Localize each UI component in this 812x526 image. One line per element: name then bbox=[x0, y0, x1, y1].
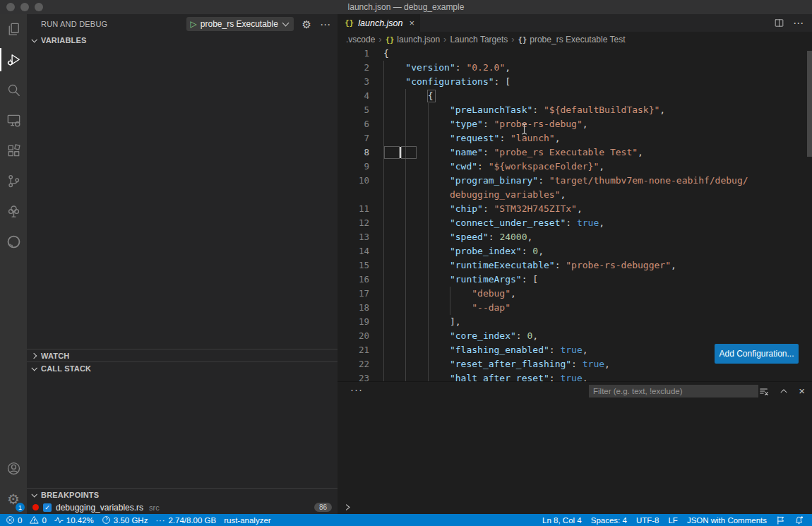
code-line[interactable]: 4 { bbox=[338, 89, 812, 103]
title-bar: launch.json — debug_example bbox=[0, 0, 812, 14]
status-warning-triangle[interactable]: 0 bbox=[30, 515, 46, 525]
launch-configuration-dropdown[interactable]: ▷ probe_rs Executable Test bbox=[186, 17, 294, 31]
bracket-match-highlight bbox=[427, 90, 436, 102]
code-text: "cwd": "${workspaceFolder}", bbox=[383, 160, 604, 174]
section-variables[interactable]: VARIABLES bbox=[27, 34, 338, 47]
add-configuration-button[interactable]: Add Configuration... bbox=[715, 344, 799, 364]
status-memory-dots[interactable]: ···2.74/8.00 GB bbox=[155, 516, 216, 525]
code-line[interactable]: 16 "runtimeArgs": [ bbox=[338, 273, 812, 287]
remote-explorer-icon[interactable] bbox=[0, 105, 27, 136]
debug-settings-gear-icon[interactable]: ⚙ bbox=[302, 19, 311, 30]
status-bell-dot[interactable] bbox=[794, 515, 804, 525]
code-line[interactable]: 9 "cwd": "${workspaceFolder}", bbox=[338, 160, 812, 174]
json-brackets-icon: {} bbox=[386, 35, 395, 44]
status-json-with-comments[interactable]: JSON with Comments bbox=[687, 516, 767, 525]
debug-console-output[interactable] bbox=[338, 400, 812, 498]
close-panel-icon[interactable]: × bbox=[799, 385, 805, 396]
line-number: 13 bbox=[338, 230, 369, 244]
start-debugging-icon[interactable]: ▷ bbox=[191, 20, 197, 28]
section-breakpoints[interactable]: BREAKPOINTS bbox=[27, 488, 338, 501]
breadcrumb-separator-icon: › bbox=[378, 34, 381, 44]
status-gauge[interactable]: 3.50 GHz bbox=[102, 515, 148, 525]
code-line[interactable]: 20 "core_index": 0, bbox=[338, 329, 812, 343]
code-line[interactable]: 19 ], bbox=[338, 315, 812, 329]
code-line[interactable]: 2 "version": "0.2.0", bbox=[338, 61, 812, 75]
breakpoint-checkbox[interactable]: ✓ bbox=[43, 503, 52, 512]
code-line[interactable]: 7 "request": "launch", bbox=[338, 131, 812, 145]
split-editor-icon[interactable] bbox=[774, 18, 784, 28]
line-number: 2 bbox=[338, 61, 369, 75]
code-line[interactable]: 17 "debug", bbox=[338, 287, 812, 301]
code-line[interactable]: 5 "preLaunchTask": "${defaultBuildTask}"… bbox=[338, 103, 812, 117]
breadcrumb-item[interactable]: .vscode bbox=[346, 35, 375, 44]
line-number: 17 bbox=[338, 287, 369, 301]
line-number: 22 bbox=[338, 357, 369, 371]
code-line[interactable]: 14 "probe_index": 0, bbox=[338, 244, 812, 258]
settings-gear-icon[interactable]: ⚙1 bbox=[0, 484, 27, 514]
code-text: "debug", bbox=[383, 287, 516, 301]
clear-all-icon[interactable] bbox=[759, 386, 769, 396]
tab-close-icon[interactable]: × bbox=[410, 18, 415, 28]
chevron-down-icon bbox=[31, 365, 37, 371]
status-rust-analyzer[interactable]: rust-analyzer bbox=[224, 516, 270, 525]
status-utf-8[interactable]: UTF-8 bbox=[636, 516, 659, 525]
breakpoint-file: debugging_variables.rs bbox=[56, 503, 143, 513]
status-spaces-4[interactable]: Spaces: 4 bbox=[591, 516, 627, 525]
maximize-panel-icon[interactable] bbox=[779, 386, 789, 396]
search-icon[interactable] bbox=[0, 75, 27, 105]
line-number: 19 bbox=[338, 315, 369, 329]
sidebar-toolbar: RUN AND DEBUG ▷ probe_rs Executable Test… bbox=[27, 14, 338, 34]
section-variables-label: VARIABLES bbox=[41, 36, 87, 44]
panel-tabs-overflow[interactable]: ··· bbox=[350, 383, 363, 395]
status-bar: 0010.42%3.50 GHz···2.74/8.00 GBrust-anal… bbox=[0, 514, 812, 526]
debug-console-input[interactable] bbox=[338, 498, 812, 514]
editor-more-actions-icon[interactable]: ⋯ bbox=[793, 18, 804, 28]
section-call-stack[interactable]: CALL STACK bbox=[27, 361, 338, 374]
panel-filter-input[interactable] bbox=[589, 385, 758, 398]
code-line[interactable]: 3 "configurations": [ bbox=[338, 75, 812, 89]
tree-icon[interactable] bbox=[0, 196, 27, 227]
code-line[interactable]: 11 "chip": "STM32H745ZITx", bbox=[338, 202, 812, 216]
run-and-debug-icon[interactable] bbox=[0, 44, 27, 75]
extensions-icon[interactable] bbox=[0, 136, 27, 166]
code-line[interactable]: 1{ bbox=[338, 47, 812, 61]
tab-label: launch.json bbox=[358, 18, 402, 28]
code-line[interactable]: 10 "program_binary": "target/thumbv7em-n… bbox=[338, 174, 812, 188]
code-line[interactable]: 13 "speed": 24000, bbox=[338, 230, 812, 244]
code-line[interactable]: 6 "type": "probe-rs-debug", bbox=[338, 117, 812, 131]
debug-more-actions-icon[interactable]: ⋯ bbox=[320, 19, 330, 30]
status-pulse[interactable]: 10.42% bbox=[54, 515, 94, 525]
section-watch-label: WATCH bbox=[41, 352, 70, 360]
line-number: 23 bbox=[338, 371, 369, 381]
code-text: "probe_index": 0, bbox=[383, 244, 544, 258]
code-line[interactable]: 15 "runtimeExecutable": "probe-rs-debugg… bbox=[338, 258, 812, 273]
line-number: 6 bbox=[338, 117, 369, 131]
code-line[interactable]: 18 "--dap" bbox=[338, 301, 812, 315]
breadcrumb-separator-icon: › bbox=[511, 34, 514, 44]
github-icon[interactable] bbox=[0, 227, 27, 257]
code-line[interactable]: 12 "connect_under_reset": true, bbox=[338, 216, 812, 230]
account-icon[interactable] bbox=[0, 453, 27, 484]
line-number: 11 bbox=[338, 202, 369, 216]
source-control-icon[interactable] bbox=[0, 166, 27, 196]
code-line[interactable]: debugging_variables", bbox=[338, 188, 812, 202]
breadcrumb: .vscode›{}launch.json›Launch Targets›{}p… bbox=[338, 32, 812, 47]
chevron-down-icon bbox=[282, 20, 289, 27]
bell-dot-icon bbox=[794, 515, 804, 525]
code-editor[interactable]: 1{2 "version": "0.2.0",3 "configurations… bbox=[338, 47, 812, 381]
breadcrumb-item[interactable]: {}probe_rs Executable Test bbox=[518, 35, 626, 44]
status-error-circle[interactable]: 0 bbox=[6, 515, 22, 525]
code-line[interactable]: 23 "halt_after_reset": true, bbox=[338, 371, 812, 381]
line-number: 9 bbox=[338, 160, 369, 174]
breadcrumb-item[interactable]: {}launch.json bbox=[386, 35, 440, 44]
tab-launch-json[interactable]: {} launch.json × bbox=[338, 14, 420, 32]
status-feedback[interactable] bbox=[776, 515, 785, 525]
status-lf[interactable]: LF bbox=[668, 516, 677, 525]
section-watch[interactable]: WATCH bbox=[27, 349, 338, 361]
breakpoint-list-item[interactable]: ✓ debugging_variables.rs src 86 bbox=[27, 501, 338, 514]
status-ln-8-col-4[interactable]: Ln 8, Col 4 bbox=[542, 516, 582, 525]
breadcrumb-item[interactable]: Launch Targets bbox=[450, 35, 508, 44]
settings-badge: 1 bbox=[16, 503, 25, 512]
editor-scrollbar[interactable] bbox=[807, 51, 812, 157]
explorer-icon[interactable] bbox=[0, 14, 27, 44]
